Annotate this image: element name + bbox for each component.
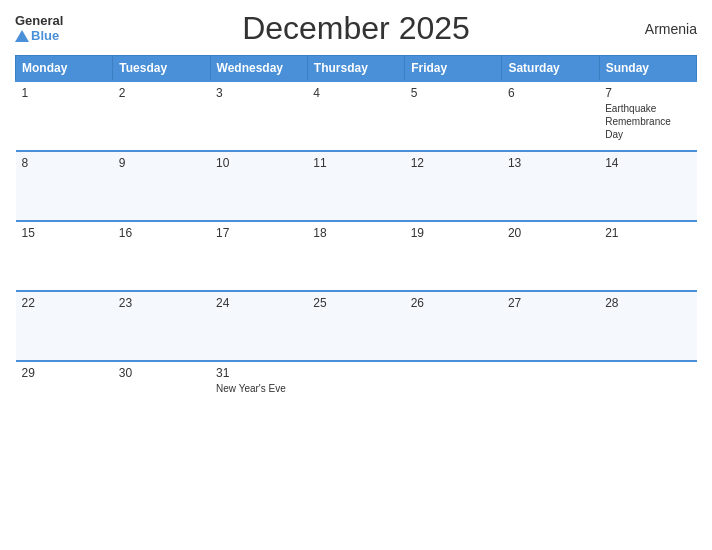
calendar-cell: 9	[113, 151, 210, 221]
calendar-cell: 8	[16, 151, 113, 221]
weekday-header-tuesday: Tuesday	[113, 56, 210, 82]
calendar-cell: 10	[210, 151, 307, 221]
calendar-cell: 21	[599, 221, 696, 291]
calendar-cell: 29	[16, 361, 113, 431]
calendar-cell	[599, 361, 696, 431]
day-number: 1	[22, 86, 107, 100]
day-number: 17	[216, 226, 301, 240]
day-number: 22	[22, 296, 107, 310]
country-name: Armenia	[617, 21, 697, 37]
day-number: 5	[411, 86, 496, 100]
calendar-week-row: 891011121314	[16, 151, 697, 221]
day-number: 10	[216, 156, 301, 170]
day-number: 24	[216, 296, 301, 310]
day-number: 4	[313, 86, 398, 100]
day-number: 31	[216, 366, 301, 380]
day-number: 6	[508, 86, 593, 100]
calendar-cell: 14	[599, 151, 696, 221]
day-number: 3	[216, 86, 301, 100]
calendar-table: MondayTuesdayWednesdayThursdayFridaySatu…	[15, 55, 697, 431]
calendar-cell: 13	[502, 151, 599, 221]
calendar-cell: 15	[16, 221, 113, 291]
calendar-week-row: 293031New Year's Eve	[16, 361, 697, 431]
logo: General Blue	[15, 14, 95, 43]
calendar-cell: 31New Year's Eve	[210, 361, 307, 431]
day-number: 23	[119, 296, 204, 310]
day-number: 25	[313, 296, 398, 310]
day-number: 11	[313, 156, 398, 170]
day-number: 28	[605, 296, 690, 310]
calendar-cell: 20	[502, 221, 599, 291]
calendar-cell: 25	[307, 291, 404, 361]
day-number: 29	[22, 366, 107, 380]
weekday-header-friday: Friday	[405, 56, 502, 82]
calendar-week-row: 1234567Earthquake Remembrance Day	[16, 81, 697, 151]
day-number: 16	[119, 226, 204, 240]
weekday-header-sunday: Sunday	[599, 56, 696, 82]
calendar-cell	[502, 361, 599, 431]
day-number: 18	[313, 226, 398, 240]
calendar-cell: 24	[210, 291, 307, 361]
day-number: 30	[119, 366, 204, 380]
calendar-week-row: 22232425262728	[16, 291, 697, 361]
calendar-cell: 11	[307, 151, 404, 221]
logo-general-text: General	[15, 14, 63, 28]
calendar-cell: 17	[210, 221, 307, 291]
calendar-cell	[307, 361, 404, 431]
calendar-container: General Blue December 2025 Armenia Monda…	[0, 0, 712, 550]
weekday-header-saturday: Saturday	[502, 56, 599, 82]
calendar-cell: 4	[307, 81, 404, 151]
calendar-cell: 2	[113, 81, 210, 151]
day-number: 7	[605, 86, 690, 100]
calendar-header: General Blue December 2025 Armenia	[15, 10, 697, 47]
calendar-cell: 7Earthquake Remembrance Day	[599, 81, 696, 151]
day-number: 2	[119, 86, 204, 100]
calendar-cell: 6	[502, 81, 599, 151]
day-number: 20	[508, 226, 593, 240]
calendar-cell: 3	[210, 81, 307, 151]
weekday-header-row: MondayTuesdayWednesdayThursdayFridaySatu…	[16, 56, 697, 82]
calendar-cell: 28	[599, 291, 696, 361]
calendar-cell: 26	[405, 291, 502, 361]
day-number: 27	[508, 296, 593, 310]
calendar-cell: 5	[405, 81, 502, 151]
day-number: 19	[411, 226, 496, 240]
calendar-cell: 19	[405, 221, 502, 291]
logo-blue-row: Blue	[15, 28, 59, 43]
day-number: 26	[411, 296, 496, 310]
day-number: 21	[605, 226, 690, 240]
calendar-cell: 30	[113, 361, 210, 431]
event-text: New Year's Eve	[216, 383, 286, 394]
calendar-cell: 18	[307, 221, 404, 291]
day-number: 15	[22, 226, 107, 240]
calendar-cell: 23	[113, 291, 210, 361]
weekday-header-monday: Monday	[16, 56, 113, 82]
day-number: 9	[119, 156, 204, 170]
calendar-cell: 22	[16, 291, 113, 361]
calendar-week-row: 15161718192021	[16, 221, 697, 291]
day-number: 14	[605, 156, 690, 170]
calendar-cell	[405, 361, 502, 431]
day-number: 13	[508, 156, 593, 170]
calendar-cell: 27	[502, 291, 599, 361]
logo-blue-text: Blue	[31, 28, 59, 43]
event-text: Earthquake Remembrance Day	[605, 103, 671, 140]
month-title: December 2025	[95, 10, 617, 47]
calendar-cell: 1	[16, 81, 113, 151]
logo-triangle-icon	[15, 30, 29, 42]
calendar-cell: 12	[405, 151, 502, 221]
weekday-header-wednesday: Wednesday	[210, 56, 307, 82]
weekday-header-thursday: Thursday	[307, 56, 404, 82]
calendar-cell: 16	[113, 221, 210, 291]
day-number: 12	[411, 156, 496, 170]
day-number: 8	[22, 156, 107, 170]
